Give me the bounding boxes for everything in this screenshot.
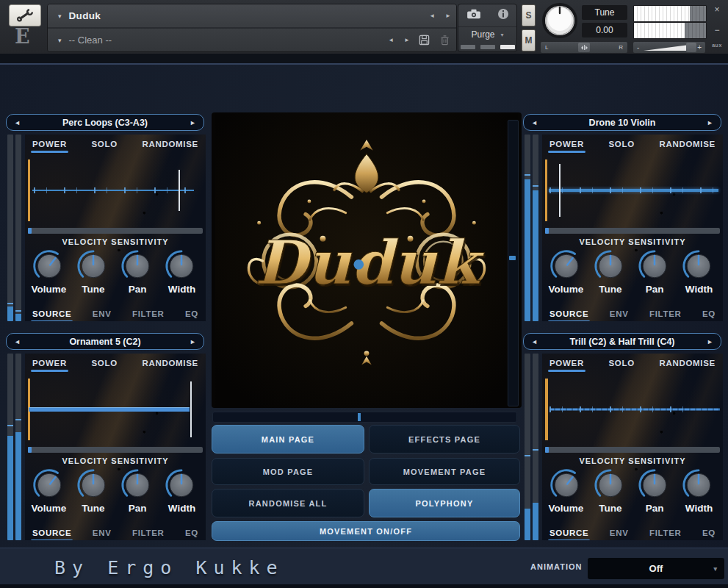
eq-tab[interactable]: EQ [702, 528, 716, 537]
level-meters[interactable] [7, 354, 21, 540]
volume-knob[interactable]: Volume [28, 249, 70, 295]
prev-layer-icon[interactable]: ◄ [531, 119, 538, 126]
waveform-display[interactable] [28, 158, 203, 223]
prev-preset-button[interactable]: ◄ [383, 34, 399, 46]
filter-tab[interactable]: FILTER [649, 309, 682, 318]
source-tab[interactable]: SOURCE [32, 309, 71, 318]
width-knob[interactable]: Width [161, 468, 203, 514]
layer-selector[interactable]: ◄ Ornament 5 (C2) ► [6, 333, 204, 350]
source-tab[interactable]: SOURCE [549, 309, 588, 318]
sample-offset-slider[interactable] [545, 447, 720, 453]
sample-offset-slider[interactable] [28, 228, 203, 234]
randomise-tab[interactable]: RANDOMISE [659, 359, 716, 368]
randomise-tab[interactable]: RANDOMISE [142, 359, 198, 368]
next-layer-icon[interactable]: ► [707, 338, 713, 345]
movement-onoff-button[interactable]: MOVEMENT ON/OFF [212, 521, 520, 541]
slider-handle[interactable] [545, 447, 549, 453]
env-tab[interactable]: ENV [93, 309, 112, 318]
waveform-display[interactable] [545, 377, 720, 442]
level-meters[interactable] [525, 354, 538, 540]
aux-label[interactable]: aux [707, 43, 727, 48]
preset-row[interactable]: ▾ -- Clean -- ◄ ► [48, 29, 456, 51]
volume-knob[interactable]: Volume [545, 249, 587, 295]
playhead-marker[interactable] [190, 381, 192, 437]
meter-track[interactable] [533, 354, 538, 540]
solo-tab[interactable]: SOLO [91, 140, 117, 148]
prev-instrument-button[interactable]: ◄ [424, 10, 440, 22]
slider-handle[interactable] [28, 447, 32, 453]
next-layer-icon[interactable]: ► [190, 338, 196, 345]
width-knob[interactable]: Width [161, 249, 203, 295]
slider-handle[interactable] [28, 228, 32, 234]
tune-knob[interactable]: Tune [72, 468, 114, 514]
pan-handle[interactable] [578, 43, 590, 52]
start-marker[interactable] [545, 379, 548, 440]
level-meters[interactable] [7, 135, 21, 321]
next-instrument-button[interactable]: ► [440, 10, 456, 22]
prev-layer-icon[interactable]: ◄ [14, 119, 21, 126]
pan-slider[interactable]: L R [541, 42, 627, 53]
layer-selector[interactable]: ◄ Trill (C2) & Half Trill (C4) ► [523, 333, 721, 350]
width-knob[interactable]: Width [678, 249, 720, 295]
volume-knob[interactable]: Volume [545, 468, 587, 514]
chevron-down-icon[interactable]: ▾ [58, 12, 62, 20]
prev-layer-icon[interactable]: ◄ [14, 338, 21, 345]
animation-dropdown[interactable]: Off ▾ [588, 558, 724, 579]
playhead-marker[interactable] [559, 164, 561, 217]
polyphony-button[interactable]: POLYPHONY [369, 489, 520, 517]
solo-button[interactable]: S [522, 4, 536, 26]
source-tab[interactable]: SOURCE [32, 528, 71, 537]
solo-tab[interactable]: SOLO [608, 140, 634, 148]
snapshot-camera-button[interactable] [466, 8, 482, 23]
meter-track[interactable] [525, 354, 530, 540]
sample-offset-slider[interactable] [28, 447, 203, 453]
meter-track[interactable] [7, 135, 13, 321]
randomise-tab[interactable]: RANDOMISE [659, 140, 716, 148]
source-tab[interactable]: SOURCE [549, 528, 588, 537]
filter-tab[interactable]: FILTER [649, 528, 682, 537]
movement-page-button[interactable]: MOVEMENT PAGE [369, 458, 520, 485]
vertical-scrollbar[interactable] [508, 120, 519, 406]
close-icon[interactable]: × [710, 4, 724, 15]
playhead-marker[interactable] [179, 170, 180, 211]
volume-knob[interactable]: Volume [28, 468, 70, 514]
meter-track[interactable] [7, 354, 13, 540]
horizontal-scroll-handle[interactable] [358, 413, 361, 421]
volume-handle[interactable] [686, 43, 696, 52]
purge-menu[interactable]: Purge ▾ [458, 27, 516, 42]
filter-tab[interactable]: FILTER [132, 309, 165, 318]
width-knob[interactable]: Width [678, 468, 720, 514]
effects-page-button[interactable]: EFFECTS PAGE [369, 425, 520, 453]
tune-knob[interactable]: Tune [589, 468, 631, 514]
waveform-display[interactable] [545, 158, 720, 223]
save-button[interactable] [415, 33, 433, 48]
meter-track[interactable] [15, 135, 21, 321]
tune-knob[interactable]: Tune [72, 249, 114, 295]
horizontal-scrollbar[interactable] [212, 412, 517, 423]
pan-knob[interactable]: Pan [117, 468, 159, 514]
eq-tab[interactable]: EQ [702, 309, 716, 318]
start-marker[interactable] [28, 159, 30, 221]
center-blue-dot[interactable] [353, 259, 364, 270]
meter-track[interactable] [525, 135, 530, 321]
minimize-icon[interactable]: − [710, 25, 724, 35]
master-volume-knob[interactable] [541, 1, 579, 40]
pan-knob[interactable]: Pan [117, 249, 159, 295]
layer-selector[interactable]: ◄ Drone 10 Violin ► [523, 114, 721, 131]
start-marker[interactable] [545, 159, 547, 221]
env-tab[interactable]: ENV [610, 528, 629, 537]
power-tab[interactable]: POWER [32, 140, 67, 148]
solo-tab[interactable]: SOLO [608, 359, 634, 368]
layer-selector[interactable]: ◄ Perc Loops (C3-A3) ► [6, 114, 204, 131]
vertical-scroll-handle[interactable] [509, 256, 516, 260]
output-volume-slider[interactable]: - + [633, 42, 705, 53]
randomise-all-button[interactable]: RANDOMISE ALL [212, 489, 364, 517]
meter-track[interactable] [533, 135, 538, 321]
level-meters[interactable] [525, 135, 538, 321]
chevron-down-icon[interactable]: ▾ [58, 37, 62, 44]
tune-value[interactable]: 0.00 [582, 23, 627, 37]
next-layer-icon[interactable]: ► [707, 119, 713, 126]
filter-tab[interactable]: FILTER [132, 528, 165, 537]
prev-layer-icon[interactable]: ◄ [531, 338, 538, 345]
solo-tab[interactable]: SOLO [91, 359, 117, 368]
